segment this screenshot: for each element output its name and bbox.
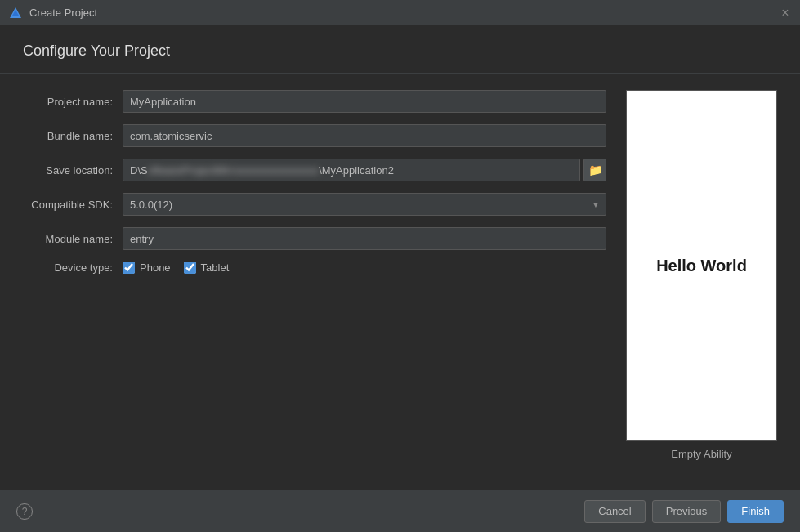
compatible-sdk-select[interactable]: 5.0.0(12) 4.1.0(11) 4.0.0(10) <box>123 193 606 216</box>
dialog-footer: ? Cancel Previous Finish <box>0 490 800 532</box>
window-title: Create Project <box>29 7 779 19</box>
previous-button[interactable]: Previous <box>652 500 722 523</box>
module-name-input[interactable] <box>123 227 606 250</box>
bundle-name-row: Bundle name: <box>23 124 606 147</box>
footer-buttons: Cancel Previous Finish <box>584 500 784 523</box>
bundle-name-label: Bundle name: <box>23 130 113 142</box>
dialog-header: Configure Your Project <box>0 26 800 74</box>
phone-checkbox[interactable] <box>123 262 135 274</box>
help-button[interactable]: ? <box>16 503 33 520</box>
folder-icon: 📁 <box>588 163 602 177</box>
device-checkboxes: Phone Tablet <box>123 262 229 274</box>
title-bar: Create Project × <box>0 0 800 26</box>
phone-label: Phone <box>140 262 171 274</box>
project-name-row: Project name: <box>23 90 606 113</box>
save-location-prefix: D\S <box>130 164 148 177</box>
browse-folder-button[interactable]: 📁 <box>583 159 606 181</box>
tablet-checkbox-item[interactable]: Tablet <box>184 262 230 274</box>
project-name-label: Project name: <box>23 96 113 108</box>
form-section: Project name: Bundle name: Save location… <box>23 90 606 473</box>
save-location-blurred: oftwareProjectMirrxxxxxxxxxxxxxxxx <box>148 164 319 177</box>
module-name-row: Module name: <box>23 227 606 250</box>
app-logo-icon <box>8 6 23 20</box>
device-type-label: Device type: <box>23 262 113 274</box>
compatible-sdk-row: Compatible SDK: 5.0.0(12) 4.1.0(11) 4.0.… <box>23 193 606 216</box>
compatible-sdk-label: Compatible SDK: <box>23 199 113 211</box>
preview-caption: Empty Ability <box>671 448 731 460</box>
tablet-label: Tablet <box>201 262 230 274</box>
compatible-sdk-select-wrap: 5.0.0(12) 4.1.0(11) 4.0.0(10) ▼ <box>123 193 606 216</box>
preview-section: Hello World Empty Ability <box>626 90 777 473</box>
save-location-field-wrap: D\SoftwareProjectMirrxxxxxxxxxxxxxxxx\My… <box>123 159 606 181</box>
device-type-row: Device type: Phone Tablet <box>23 262 606 274</box>
dialog-content: Project name: Bundle name: Save location… <box>0 74 800 490</box>
finish-button[interactable]: Finish <box>727 500 784 523</box>
preview-frame: Hello World <box>626 90 777 441</box>
preview-hello-text: Hello World <box>656 257 747 275</box>
save-location-display[interactable]: D\SoftwareProjectMirrxxxxxxxxxxxxxxxx\My… <box>123 159 580 181</box>
save-location-suffix: \MyApplication2 <box>319 164 394 177</box>
cancel-button[interactable]: Cancel <box>584 500 645 523</box>
bundle-name-input[interactable] <box>123 124 606 147</box>
project-name-input[interactable] <box>123 90 606 113</box>
close-button[interactable]: × <box>779 7 792 20</box>
dialog-body: Configure Your Project Project name: Bun… <box>0 26 800 532</box>
save-location-label: Save location: <box>23 164 113 177</box>
dialog-title: Configure Your Project <box>23 42 777 60</box>
phone-checkbox-item[interactable]: Phone <box>123 262 171 274</box>
module-name-label: Module name: <box>23 233 113 245</box>
tablet-checkbox[interactable] <box>184 262 196 274</box>
save-location-row: Save location: D\SoftwareProjectMirrxxxx… <box>23 159 606 181</box>
